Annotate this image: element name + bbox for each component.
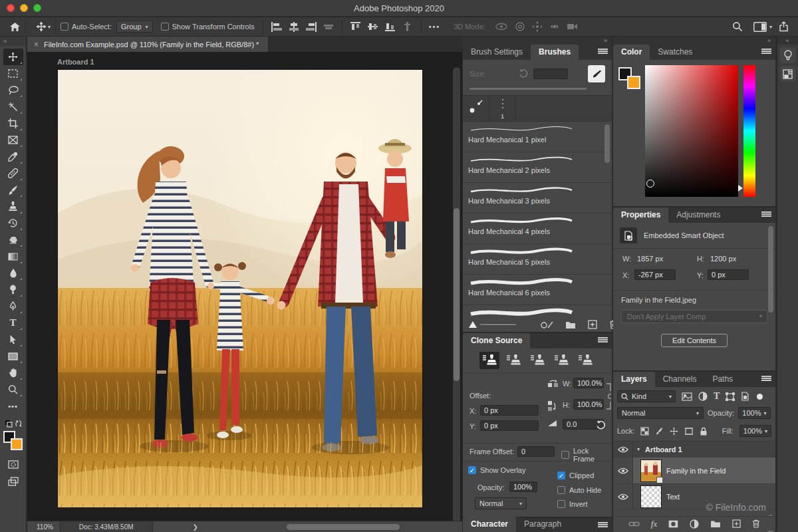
canvas-vertical-scrollbar[interactable] <box>453 67 460 521</box>
more-options-icon[interactable]: ••• <box>429 23 441 31</box>
tab-clone-source[interactable]: Clone Source <box>463 333 530 348</box>
color-picker-cursor[interactable] <box>646 180 654 188</box>
tab-brush-settings[interactable]: Brush Settings <box>463 45 531 60</box>
hue-slider[interactable] <box>743 65 755 197</box>
quick-mask-icon[interactable] <box>3 456 23 473</box>
brush-size-slider[interactable] <box>469 88 587 90</box>
new-brush-group-icon[interactable] <box>565 321 576 329</box>
show-transform-option[interactable]: Show Transform Controls <box>161 23 255 31</box>
layer-thumbnail[interactable] <box>641 486 661 507</box>
panel-menu-icon[interactable] <box>598 521 608 529</box>
move-tool-option-icon[interactable] <box>36 21 47 32</box>
brush-item[interactable]: Hard Mechanical 4 pixels <box>463 213 612 244</box>
filter-type-layers-icon[interactable]: T <box>714 391 720 402</box>
overlay-blend-dropdown[interactable]: Normal▾ <box>475 497 527 509</box>
color-panel-swatches[interactable] <box>618 67 641 90</box>
live-tip-preview-icon[interactable] <box>540 321 553 329</box>
new-group-icon[interactable] <box>710 520 721 528</box>
frame-offset-input[interactable]: 0 <box>517 446 555 457</box>
canvas-horizontal-scrollbar[interactable] <box>287 524 400 530</box>
tool-preset-chevron-icon[interactable]: ▾ <box>48 24 51 30</box>
brush-tool[interactable] <box>3 182 23 198</box>
blur-tool[interactable] <box>3 265 23 281</box>
screen-mode-icon[interactable] <box>3 473 23 489</box>
align-top-icon[interactable] <box>349 21 362 32</box>
tab-adjustments[interactable]: Adjustments <box>668 207 728 223</box>
filter-shape-layers-icon[interactable] <box>726 392 735 401</box>
tab-layers[interactable]: Layers <box>613 372 655 387</box>
align-right-icon[interactable] <box>305 21 318 32</box>
flip-vertical-icon[interactable] <box>547 400 557 412</box>
swap-colors-icon[interactable] <box>3 418 23 428</box>
marquee-tool[interactable] <box>3 65 23 82</box>
new-brush-icon[interactable] <box>588 320 597 329</box>
home-icon[interactable] <box>9 22 21 32</box>
filter-smart-objects-icon[interactable] <box>741 392 749 401</box>
collapse-tools-icon[interactable]: » <box>0 37 26 46</box>
visibility-toggle[interactable] <box>613 484 633 509</box>
background-color-swatch[interactable] <box>11 438 23 450</box>
clone-source-slot-3[interactable] <box>527 352 547 369</box>
fill-input[interactable]: 100%▾ <box>739 425 771 437</box>
tab-properties[interactable]: Properties <box>613 207 668 223</box>
auto-select-dropdown[interactable]: Group ▾ <box>116 21 153 33</box>
lock-frame-option[interactable]: Lock Frame <box>561 447 612 463</box>
brush-item[interactable]: Hard Mechanical 3 pixels <box>463 183 612 213</box>
lock-artboard-icon[interactable] <box>684 427 694 436</box>
clone-source-slot-1[interactable] <box>479 352 499 369</box>
search-icon[interactable] <box>732 21 743 32</box>
foreground-background-swatches[interactable] <box>3 431 23 451</box>
eraser-tool[interactable] <box>3 231 23 248</box>
brush-stroke-preview-button[interactable] <box>588 65 605 82</box>
layer-thumbnail[interactable] <box>641 460 661 481</box>
layer-row-family[interactable]: Family in the Field <box>613 458 775 484</box>
eyedropper-tool[interactable] <box>3 148 23 165</box>
gradient-tool[interactable] <box>3 248 23 265</box>
y-position-input[interactable]: 0 px <box>708 269 749 280</box>
layer-filter-dropdown[interactable]: Kind ▾ <box>617 390 676 402</box>
brush-tip-sample-1[interactable]: 1 <box>489 96 516 121</box>
collapse-dock-icon[interactable]: » <box>613 37 775 45</box>
layer-row-artboard[interactable]: ▾ Artboard 1 <box>613 442 775 458</box>
clone-source-slot-2[interactable] <box>503 352 523 369</box>
expand-dock-icon[interactable]: « <box>777 37 798 45</box>
learn-panel-icon[interactable] <box>780 47 796 63</box>
brush-item[interactable]: Hard Mechanical 1 pixel <box>463 122 612 152</box>
align-hcenter-icon[interactable] <box>287 21 301 32</box>
panel-menu-icon[interactable] <box>761 211 771 218</box>
pen-tool[interactable] <box>3 298 23 315</box>
tab-paths[interactable]: Paths <box>704 372 741 387</box>
hue-slider-marker[interactable] <box>738 185 743 192</box>
brush-item[interactable]: Hard Mechanical 2 pixels <box>463 152 612 183</box>
close-tab-icon[interactable]: × <box>34 40 39 49</box>
history-brush-tool[interactable] <box>3 215 23 231</box>
blend-mode-dropdown[interactable]: Normal▾ <box>617 407 704 419</box>
clone-width-input[interactable]: 100.0% <box>573 378 604 388</box>
thumbnail-size-slider[interactable] <box>468 321 516 329</box>
share-icon[interactable] <box>779 21 789 32</box>
show-overlay-option[interactable]: ✓Show Overlay <box>468 466 525 474</box>
delete-layer-icon[interactable] <box>752 519 760 528</box>
tab-channels[interactable]: Channels <box>655 372 705 387</box>
zoom-level-field[interactable]: 110% <box>27 523 60 531</box>
align-left-icon[interactable] <box>270 21 283 32</box>
lock-all-icon[interactable] <box>700 427 708 436</box>
lock-pixels-icon[interactable] <box>655 427 664 436</box>
auto-select-checkbox[interactable] <box>61 23 68 31</box>
zoom-tool[interactable] <box>3 381 23 398</box>
maintain-aspect-icon[interactable] <box>606 383 611 410</box>
dodge-tool[interactable] <box>3 281 23 298</box>
align-vcenter-icon[interactable] <box>366 21 380 32</box>
brush-size-input[interactable] <box>533 68 568 79</box>
invert-option[interactable]: Invert <box>557 500 588 508</box>
panel-menu-icon[interactable] <box>598 336 608 344</box>
healing-brush-tool[interactable] <box>3 165 23 182</box>
clipped-option[interactable]: ✓Clipped <box>557 471 594 479</box>
auto-hide-option[interactable]: Auto Hide <box>557 486 601 494</box>
workspace-chevron-icon[interactable]: ▾ <box>769 24 772 30</box>
clone-y-input[interactable]: 0 px <box>480 420 539 431</box>
properties-scrollbar[interactable] <box>767 226 774 359</box>
visibility-toggle[interactable] <box>613 442 633 457</box>
lasso-tool[interactable] <box>3 82 23 98</box>
artboard-label[interactable]: Artboard 1 <box>57 58 94 66</box>
